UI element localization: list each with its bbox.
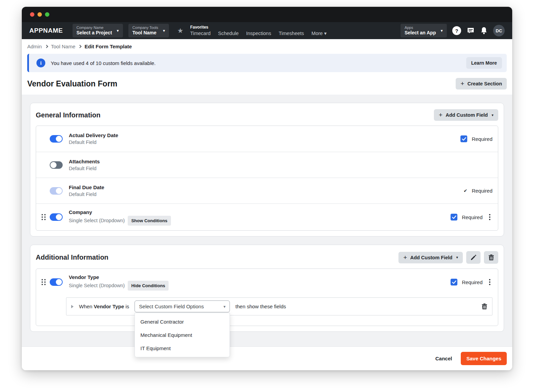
field-toggle[interactable] [50, 161, 63, 169]
chevron-down-icon: ▾ [324, 31, 327, 36]
nav-item-timecard[interactable]: Timecard [190, 30, 210, 37]
field-label: Final Due Date [69, 184, 104, 191]
field-options-kebab-icon[interactable] [487, 278, 492, 287]
cancel-button[interactable]: Cancel [435, 356, 452, 361]
favorites-label: Favorites [190, 25, 326, 30]
tool-picker-value: Tool Name [132, 30, 158, 36]
condition-suffix-text: then show these fields [235, 304, 286, 309]
zoom-window-button[interactable] [45, 12, 49, 17]
tool-picker[interactable]: Company Tools Tool Name ▾ [128, 24, 169, 37]
required-checkbox[interactable] [451, 279, 457, 285]
chevron-down-icon: ▾ [456, 255, 458, 260]
field-toggle[interactable] [50, 135, 63, 143]
nav-item-inspections[interactable]: Inspections [246, 30, 271, 37]
favorite-star-icon[interactable]: ★ [177, 27, 183, 35]
field-row-attachments: Attachments Default Field [36, 152, 498, 178]
user-avatar[interactable]: DC [493, 25, 505, 36]
field-type-label: Default Field [69, 165, 100, 172]
app-window: APPNAME Company Name Select a Project ▾ … [22, 7, 512, 370]
condition-field-name: Vendor Type [94, 304, 124, 309]
required-checkbox[interactable] [451, 214, 457, 220]
edit-section-button[interactable] [466, 251, 481, 264]
condition-options-menu: General Contractor Mechanical Equipment … [135, 313, 230, 357]
field-type-label: Default Field [69, 139, 118, 146]
breadcrumb-current: Edit Form Template [84, 44, 132, 49]
required-label: Required [472, 188, 492, 194]
close-window-button[interactable] [30, 12, 34, 17]
learn-more-button[interactable]: Learn More [466, 57, 502, 69]
page-title: Vendor Evaluation Form [27, 79, 117, 88]
field-toggle[interactable] [50, 278, 63, 286]
collapse-caret-icon[interactable] [71, 305, 74, 308]
banner-message: You have used 4 of 10 custom fields avai… [51, 60, 156, 66]
notifications-bell-icon[interactable] [480, 27, 488, 35]
nav-item-more[interactable]: More ▾ [312, 30, 327, 37]
trash-icon [482, 303, 487, 310]
nav-item-timesheets[interactable]: Timesheets [279, 30, 304, 37]
plus-icon: + [439, 113, 442, 117]
chevron-down-icon: ▾ [117, 28, 119, 33]
add-custom-field-button[interactable]: + Add Custom Field ▾ [434, 109, 498, 121]
section-general-information: General Information + Add Custom Field ▾… [30, 103, 504, 236]
menu-option-it-equipment[interactable]: IT Equipment [135, 342, 230, 355]
delete-section-button[interactable] [484, 251, 498, 264]
menu-option-general-contractor[interactable]: General Contractor [135, 315, 230, 328]
form-sections-area: General Information + Add Custom Field ▾… [22, 95, 512, 346]
minimize-window-button[interactable] [37, 12, 42, 17]
app-header: APPNAME Company Name Select a Project ▾ … [22, 22, 512, 39]
field-row-actual-delivery-date: Actual Delivery Date Default Field Requi… [36, 126, 498, 152]
breadcrumb-admin[interactable]: Admin [27, 44, 42, 49]
chevron-down-icon: ▾ [223, 304, 225, 309]
field-options-kebab-icon[interactable] [487, 213, 492, 222]
breadcrumb: Admin Tool Name Edit Form Template [22, 39, 512, 52]
condition-when-text: When Vendor Type is [79, 304, 129, 309]
field-row-vendor-type: Vendor Type Single Select (Dropdown) Hid… [36, 269, 498, 295]
help-icon[interactable]: ? [452, 26, 461, 35]
required-label: Required [462, 279, 483, 285]
window-titlebar [22, 7, 512, 22]
fields-list: Actual Delivery Date Default Field Requi… [36, 126, 498, 231]
section-title: Additional Information [36, 254, 108, 261]
drag-handle-icon[interactable] [42, 279, 46, 285]
project-picker[interactable]: Company Name Select a Project ▾ [73, 24, 123, 37]
field-toggle[interactable] [50, 213, 63, 221]
required-label: Required [462, 214, 483, 220]
app-logo: APPNAME [29, 27, 63, 34]
chat-icon[interactable] [467, 27, 475, 35]
delete-condition-button[interactable] [482, 303, 487, 310]
field-label: Vendor Type [69, 274, 169, 281]
chevron-right-icon [45, 45, 48, 48]
hide-conditions-button[interactable]: Hide Conditions [128, 281, 169, 291]
chevron-right-icon [78, 45, 82, 48]
fields-list: Vendor Type Single Select (Dropdown) Hid… [36, 268, 498, 326]
condition-rule-row: When Vendor Type is Select Custom Field … [66, 297, 492, 315]
plus-icon: + [460, 81, 464, 86]
add-custom-field-button[interactable]: + Add Custom Field ▾ [398, 252, 463, 263]
breadcrumb-tool-name[interactable]: Tool Name [51, 44, 76, 49]
pencil-icon [470, 255, 476, 261]
save-changes-button[interactable]: Save Changes [461, 352, 507, 365]
apps-picker-label: Apps [405, 25, 436, 30]
condition-options-select[interactable]: Select Custom Field Options ▾ [135, 300, 230, 312]
project-picker-label: Company Name [77, 25, 112, 30]
nav-item-schedule[interactable]: Schedule [218, 30, 238, 37]
field-label: Attachments [69, 158, 100, 165]
field-type-label: Single Select (Dropdown) [69, 217, 125, 224]
chevron-down-icon: ▾ [491, 113, 493, 117]
required-label: Required [472, 136, 492, 142]
apps-picker-value: Select an App [405, 30, 436, 36]
tool-picker-label: Company Tools [132, 25, 158, 30]
field-label: Company [69, 209, 171, 216]
required-checkbox[interactable] [460, 135, 467, 142]
form-footer: Cancel Save Changes [22, 346, 512, 370]
info-icon: i [36, 59, 45, 67]
section-title: General Information [36, 111, 100, 119]
page-title-row: Vendor Evaluation Form + Create Section [22, 72, 512, 95]
menu-option-mechanical-equipment[interactable]: Mechanical Equipment [135, 328, 230, 342]
create-section-button[interactable]: + Create Section [456, 78, 507, 89]
drag-handle-icon[interactable] [42, 214, 46, 220]
trash-icon [488, 254, 494, 261]
apps-picker[interactable]: Apps Select an App ▾ [400, 24, 447, 37]
plus-icon: + [403, 255, 407, 260]
show-conditions-button[interactable]: Show Conditions [128, 216, 171, 226]
